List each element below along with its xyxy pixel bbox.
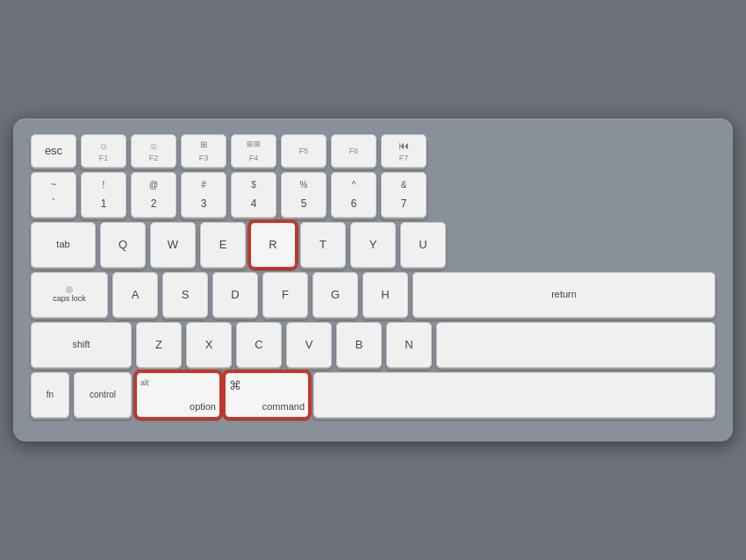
asdf-row: caps lock A S D F G H return [31,272,715,318]
f1-labels: ☼ F1 [82,135,126,167]
key-fn[interactable]: fn [31,372,69,418]
number-row: ~ ` ! 1 @ 2 # 3 $ 4 [31,172,715,218]
key-h[interactable]: H [362,272,408,318]
key-y[interactable]: Y [350,222,396,268]
key-t[interactable]: T [300,222,346,268]
option-label: option [190,401,216,412]
key-a[interactable]: A [112,272,158,318]
caps-lock-indicator [66,286,73,293]
key-1[interactable]: ! 1 [81,172,126,218]
key-tilde[interactable]: ~ ` [31,172,76,218]
function-key-row: esc ☼ F1 ☼ F2 ⊞ F3 ⊞⊞ F4 [31,134,715,168]
zxcv-row: shift Z X C V B N [31,322,715,368]
key-e[interactable]: E [200,222,246,268]
key-esc[interactable]: esc [31,134,76,168]
command-label: command [262,401,305,412]
key-5[interactable]: % 5 [281,172,326,218]
key-f[interactable]: F [262,272,308,318]
key-spacebar[interactable] [313,372,715,418]
keyboard: esc ☼ F1 ☼ F2 ⊞ F3 ⊞⊞ F4 [13,118,733,442]
key-caps-lock[interactable]: caps lock [31,272,108,318]
key-3[interactable]: # 3 [181,172,226,218]
key-7[interactable]: & 7 [381,172,427,218]
key-alt-option[interactable]: alt option [136,372,220,418]
key-g[interactable]: G [312,272,358,318]
key-tab[interactable]: tab [31,222,96,268]
key-u[interactable]: U [400,222,446,268]
key-c[interactable]: C [236,322,282,368]
key-r[interactable]: R [250,222,296,268]
bottom-row: fn control alt option ⌘ command [31,372,715,418]
key-shift-right[interactable] [436,322,715,368]
key-4[interactable]: $ 4 [231,172,276,218]
key-v[interactable]: V [286,322,332,368]
key-x[interactable]: X [186,322,232,368]
key-control[interactable]: control [74,372,132,418]
key-f7[interactable]: ⏮ F7 [381,134,427,168]
alt-label: alt [140,378,149,387]
key-shift-left[interactable]: shift [31,322,132,368]
key-6[interactable]: ^ 6 [331,172,377,218]
key-q[interactable]: Q [100,222,146,268]
key-f3[interactable]: ⊞ F3 [181,134,226,168]
command-symbol: ⌘ [229,378,241,392]
key-2[interactable]: @ 2 [131,172,176,218]
key-command[interactable]: ⌘ command [225,372,309,418]
key-enter[interactable]: return [412,272,715,318]
key-s[interactable]: S [162,272,208,318]
key-n[interactable]: N [386,322,432,368]
key-f6[interactable]: F6 [331,134,377,168]
key-f4[interactable]: ⊞⊞ F4 [231,134,276,168]
key-f1[interactable]: ☼ F1 [81,134,126,168]
key-f2[interactable]: ☼ F2 [131,134,176,168]
key-w[interactable]: W [150,222,196,268]
key-b[interactable]: B [336,322,382,368]
esc-label: esc [45,144,62,158]
key-f5[interactable]: F5 [281,134,326,168]
qwerty-row: tab Q W E R T Y U [31,222,715,268]
key-d[interactable]: D [212,272,258,318]
key-z[interactable]: Z [136,322,182,368]
